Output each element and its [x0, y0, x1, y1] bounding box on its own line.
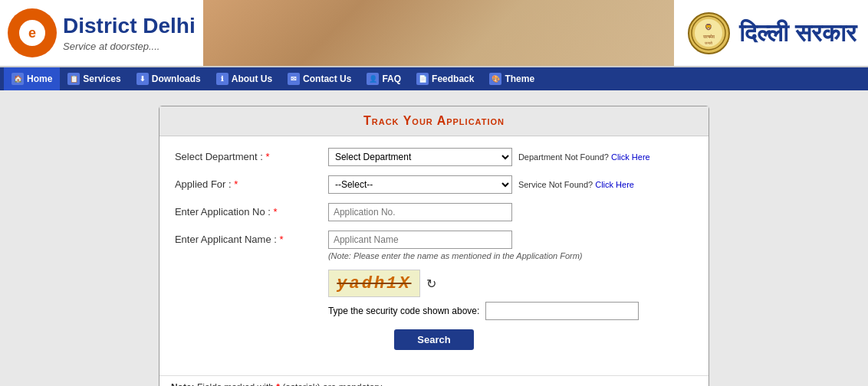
applicant-name-controls: (Note: Please enter the name as mentione… — [328, 231, 583, 260]
search-button[interactable]: Search — [394, 329, 473, 350]
nav-downloads[interactable]: ⬇ Downloads — [129, 67, 209, 90]
application-no-required: * — [274, 206, 278, 218]
department-click-here[interactable]: Click Here — [611, 152, 650, 162]
emblem: 🦁 सत्यमेव जयते — [686, 6, 732, 60]
main-content: Track Your Application Select Department… — [0, 90, 868, 386]
right-column — [717, 106, 860, 386]
captcha-input-row: Type the security code shown above: — [328, 302, 693, 320]
home-icon: 🏠 — [12, 73, 24, 85]
about-icon: ℹ — [216, 73, 229, 85]
logo-area: e District Delhi Service at doorstep.... — [0, 8, 203, 57]
applicant-name-note: (Note: Please enter the name as mentione… — [328, 251, 583, 260]
applied-for-select[interactable]: --Select-- — [328, 175, 512, 194]
banner-image — [203, 0, 674, 67]
site-title: District Delhi — [63, 13, 196, 39]
left-column — [8, 106, 151, 386]
header-right: 🦁 सत्यमेव जयते दिल्ली सरकार — [674, 6, 868, 60]
site-subtitle: Service at doorstep.... — [63, 41, 196, 53]
form-body: Select Department : * Select Department … — [159, 136, 709, 369]
emblem-image: 🦁 सत्यमेव जयते — [688, 12, 730, 54]
track-application-form: Track Your Application Select Department… — [159, 106, 709, 386]
note-asterisk: * — [276, 382, 280, 386]
theme-icon: 🎨 — [489, 73, 501, 85]
note-label: Note: — [171, 382, 195, 386]
nav-services[interactable]: 📋 Services — [60, 67, 128, 90]
nav-theme[interactable]: 🎨 Theme — [482, 67, 542, 90]
applicant-name-row: Enter Applicant Name : * (Note: Please e… — [175, 231, 693, 260]
applicant-name-label: Enter Applicant Name : * — [175, 231, 328, 245]
nav-home[interactable]: 🏠 Home — [4, 67, 60, 90]
contact-icon: ✉ — [288, 73, 300, 85]
faq-icon: 👤 — [367, 73, 379, 85]
application-no-label: Enter Application No : * — [175, 203, 328, 218]
application-no-input[interactable] — [328, 203, 512, 221]
form-header: Track Your Application — [159, 106, 709, 136]
svg-text:सत्यमेव: सत्यमेव — [702, 34, 715, 39]
applied-for-controls: --Select-- Service Not Found? Click Here — [328, 175, 693, 194]
nav-feedback[interactable]: 📄 Feedback — [409, 67, 482, 90]
svg-text:e: e — [28, 25, 36, 41]
navigation: 🏠 Home 📋 Services ⬇ Downloads ℹ About Us… — [0, 67, 868, 90]
service-not-found: Service Not Found? Click Here — [518, 180, 634, 189]
department-not-found: Department Not Found? Click Here — [518, 152, 650, 162]
header-banner — [203, 0, 674, 67]
nav-faq[interactable]: 👤 FAQ — [359, 67, 409, 90]
captcha-input[interactable] — [485, 302, 639, 320]
form-note: Note: Fields marked with * (asterisk) ar… — [159, 375, 709, 386]
services-icon: 📋 — [67, 73, 80, 85]
captcha-refresh-icon[interactable]: ↻ — [426, 276, 436, 291]
downloads-icon: ⬇ — [136, 73, 149, 85]
department-row: Select Department : * Select Department … — [175, 148, 693, 166]
hindi-title: दिल्ली सरकार — [739, 19, 856, 47]
applied-for-row: Applied For : * --Select-- Service Not F… — [175, 175, 693, 194]
captcha-row: yadh1X ↻ Type the security code shown ab… — [175, 270, 693, 320]
logo-icon: e — [8, 8, 57, 57]
application-no-controls — [328, 203, 693, 221]
captcha-label: Type the security code shown above: — [328, 306, 479, 316]
department-required: * — [265, 151, 269, 162]
logo-text: District Delhi Service at doorstep.... — [63, 13, 196, 52]
applicant-name-required: * — [280, 234, 284, 245]
applicant-name-input[interactable] — [328, 231, 512, 249]
service-click-here[interactable]: Click Here — [595, 180, 634, 189]
captcha-area: yadh1X ↻ Type the security code shown ab… — [328, 270, 693, 320]
svg-text:🦁: 🦁 — [705, 23, 712, 31]
applied-for-required: * — [234, 178, 238, 190]
department-label: Select Department : * — [175, 148, 328, 162]
captcha-image-row: yadh1X ↻ — [328, 270, 693, 297]
header: e District Delhi Service at doorstep....… — [0, 0, 868, 67]
application-no-row: Enter Application No : * — [175, 203, 693, 221]
nav-about-us[interactable]: ℹ About Us — [209, 67, 280, 90]
search-row: Search — [175, 329, 693, 350]
feedback-icon: 📄 — [416, 73, 429, 85]
captcha-display: yadh1X — [328, 270, 420, 297]
form-title: Track Your Application — [363, 114, 505, 127]
svg-text:जयते: जयते — [704, 41, 712, 45]
nav-contact-us[interactable]: ✉ Contact Us — [280, 67, 359, 90]
department-select[interactable]: Select Department — [328, 148, 512, 166]
department-controls: Select Department Department Not Found? … — [328, 148, 693, 166]
applied-for-label: Applied For : * — [175, 175, 328, 190]
